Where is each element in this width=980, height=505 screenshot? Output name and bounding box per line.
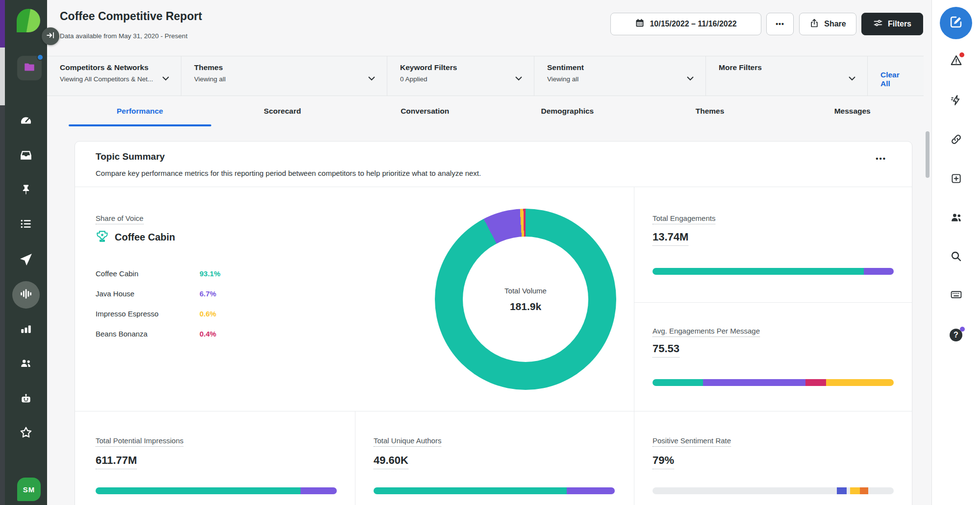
- sidebar-item-folder[interactable]: [17, 56, 42, 80]
- background-window-sliver: [0, 0, 5, 505]
- tab-themes[interactable]: Themes: [639, 96, 781, 126]
- alerts-button[interactable]: [948, 53, 964, 70]
- help-notification-dot: [960, 327, 965, 332]
- sidebar-collapse-button[interactable]: [42, 27, 59, 45]
- compose-icon: [949, 15, 963, 31]
- keyboard-shortcuts-button[interactable]: [948, 287, 964, 304]
- clear-all-link[interactable]: Clear All: [868, 56, 924, 96]
- share-icon: [809, 18, 819, 30]
- compose-button[interactable]: [940, 7, 972, 39]
- people-icon: [20, 357, 32, 371]
- add-people-icon: [950, 211, 962, 225]
- tab-demographics[interactable]: Demographics: [496, 96, 639, 126]
- link-button[interactable]: [948, 132, 964, 148]
- keyboard-icon: [950, 289, 962, 303]
- bar-chart-icon: [20, 322, 32, 337]
- total-potential-impressions-label[interactable]: Total Potential Impressions: [96, 436, 183, 447]
- vertical-scrollbar[interactable]: [926, 131, 930, 178]
- filters-button[interactable]: Filters: [861, 13, 923, 35]
- total-engagements-label[interactable]: Total Engagements: [653, 214, 715, 224]
- tab-messages[interactable]: Messages: [781, 96, 924, 126]
- right-sidebar: ?: [931, 0, 980, 505]
- total-unique-authors-label[interactable]: Total Unique Authors: [374, 436, 441, 447]
- gauge-icon: [20, 114, 32, 128]
- topic-summary-card: Topic Summary Compare key performance me…: [75, 141, 912, 505]
- date-range-button[interactable]: 10/15/2022 – 11/16/2022: [610, 13, 761, 35]
- pin-icon: [20, 184, 32, 197]
- tab-performance[interactable]: Performance: [69, 96, 211, 126]
- share-button[interactable]: Share: [799, 13, 856, 35]
- total-unique-authors-value: 49.60K: [374, 454, 408, 469]
- sidebar-item-inbox[interactable]: [16, 146, 36, 166]
- add-new-button[interactable]: [948, 171, 964, 188]
- calendar-icon: [635, 18, 645, 30]
- invite-people-button[interactable]: [948, 210, 964, 226]
- search-icon: [950, 250, 962, 264]
- share-of-voice-winner: Coffee Cabin: [96, 230, 175, 245]
- positive-sentiment-rate-label[interactable]: Positive Sentiment Rate: [653, 436, 731, 447]
- total-potential-impressions-bar: [96, 487, 337, 494]
- filters-label: Filters: [888, 20, 911, 28]
- card-description: Compare key performance metrics for this…: [96, 169, 481, 177]
- share-of-voice-label[interactable]: Share of Voice: [96, 214, 144, 224]
- chevron-down-icon: [849, 74, 855, 83]
- sidebar-item-reports[interactable]: [16, 320, 36, 339]
- avg-engagements-label[interactable]: Avg. Engagements Per Message: [653, 327, 760, 337]
- sprout-logo-icon[interactable]: [17, 9, 40, 32]
- lightning-icon: [951, 95, 962, 108]
- donut-center-value: 181.9k: [510, 301, 541, 313]
- legend-row: Java House 6.7%: [96, 288, 243, 299]
- legend-row: Impresso Espresso 0.6%: [96, 308, 243, 319]
- sidebar-item-bot[interactable]: [16, 390, 36, 409]
- link-icon: [951, 134, 962, 147]
- avg-engagements-value: 75.53: [653, 342, 679, 358]
- legend-row: Beans Bonanza 0.4%: [96, 328, 243, 339]
- trophy-icon: [96, 230, 109, 245]
- sidebar-item-feeds[interactable]: [16, 215, 36, 235]
- collapse-arrow-icon: [46, 31, 55, 42]
- chevron-down-icon: [515, 74, 522, 83]
- sidebar-item-audience[interactable]: [16, 354, 36, 374]
- sidebar-item-publishing[interactable]: [16, 251, 36, 270]
- tab-scorecard[interactable]: Scorecard: [211, 96, 354, 126]
- positive-sentiment-rate-bar: [653, 487, 894, 494]
- total-engagements-value: 13.74M: [653, 231, 688, 246]
- donut-center-label: Total Volume: [504, 287, 547, 295]
- filter-competitors-networks[interactable]: Competitors & Networks Viewing All Compe…: [47, 56, 181, 96]
- paper-plane-icon: [20, 253, 32, 268]
- share-label: Share: [824, 20, 846, 28]
- user-avatar[interactable]: SM: [17, 478, 41, 501]
- filter-more-filters[interactable]: More Filters: [706, 56, 868, 96]
- legend-row: Coffee Cabin 93.1%: [96, 268, 243, 279]
- filter-sentiment[interactable]: Sentiment Viewing all: [534, 56, 706, 96]
- search-button[interactable]: [948, 249, 964, 265]
- sidebar-item-pinned[interactable]: [16, 181, 36, 200]
- sidebar-item-dashboard[interactable]: [16, 111, 36, 131]
- filter-themes[interactable]: Themes Viewing all: [181, 56, 387, 96]
- sidebar-item-favorites[interactable]: [16, 424, 36, 443]
- star-icon: [20, 426, 32, 441]
- quick-actions-button[interactable]: [948, 93, 964, 109]
- folder-icon: [23, 61, 36, 75]
- filter-bar: Competitors & Networks Viewing All Compe…: [47, 56, 924, 96]
- left-sidebar: SM: [5, 0, 47, 505]
- card-title: Topic Summary: [96, 151, 165, 162]
- app-window: SM Coffee Competitive Report Data availa…: [0, 0, 980, 505]
- sliders-icon: [873, 18, 883, 30]
- date-range-label: 10/15/2022 – 11/16/2022: [650, 20, 736, 28]
- positive-sentiment-rate-value: 79%: [653, 454, 674, 469]
- tab-conversation[interactable]: Conversation: [353, 96, 496, 126]
- notification-dot: [37, 54, 44, 61]
- donut-center: Total Volume 181.9k: [463, 237, 588, 362]
- more-actions-button[interactable]: •••: [766, 13, 794, 35]
- page-subtitle: Data available from May 31, 2020 - Prese…: [60, 32, 187, 40]
- card-menu-button[interactable]: •••: [876, 154, 886, 163]
- total-engagements-bar: [653, 268, 894, 275]
- help-button[interactable]: ?: [948, 327, 964, 343]
- filter-keyword-filters[interactable]: Keyword Filters 0 Applied: [387, 56, 534, 96]
- plus-square-icon: [951, 173, 962, 186]
- total-unique-authors-bar: [374, 487, 615, 494]
- page-title: Coffee Competitive Report: [60, 10, 202, 23]
- sidebar-item-listening-active[interactable]: [12, 281, 40, 309]
- list-icon: [20, 217, 32, 232]
